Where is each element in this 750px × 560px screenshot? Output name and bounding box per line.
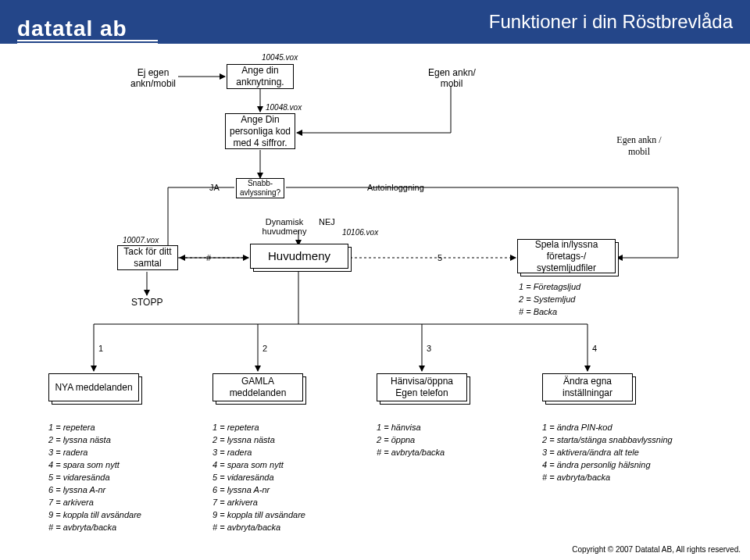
label-egen-ankn: Egen ankn/ mobil: [428, 67, 475, 89]
list-andra: 1 = ändra PIN-kod 2 = starta/stänga snab…: [542, 422, 673, 484]
box-hanvisa-text: Hänvisa/öppna Egen telefon: [380, 376, 463, 399]
label-hash: #: [206, 253, 211, 262]
vox-10048: 10048.vox: [266, 103, 302, 112]
box-huvudmeny: Huvudmeny: [250, 244, 352, 272]
box-huvudmeny-text: Huvudmeny: [268, 249, 330, 264]
label-egen-ankn-right: Egen ankn / mobil: [608, 134, 670, 158]
box-ange-anknytning: Ange din anknytning.: [227, 64, 294, 89]
list-nya: 1 = repetera 2 = lyssna nästa 3 = radera…: [48, 422, 141, 533]
label-dyn-meny: Dynamisk huvudmeny: [261, 217, 308, 236]
box-spela: Spela in/lyssna företags-/ systemljudfil…: [517, 239, 619, 276]
box-nya: NYA meddelanden: [48, 373, 142, 405]
copyright: Copyright © 2007 Datatal AB, All rights …: [572, 545, 741, 554]
vox-10045: 10045.vox: [262, 53, 298, 62]
box-andra-text: Ändra egna inställningar: [546, 376, 629, 399]
box-ange-kod-text: Ange Din personliga kod med 4 siffror.: [229, 114, 291, 149]
label-ej-egen: Ej egen ankn/mobil: [130, 67, 177, 89]
box-spela-text: Spela in/lyssna företags-/ systemljudfil…: [521, 239, 612, 274]
legend-spela: 1 = Företagsljud 2 = Systemljud # = Back…: [519, 281, 580, 319]
branch-3: 3: [427, 344, 431, 353]
box-ange-anknytning-text: Ange din anknytning.: [230, 65, 290, 88]
box-nya-text: NYA meddelanden: [55, 382, 132, 394]
box-snabb-avlyssning: Snabb- avlyssning?: [236, 178, 284, 198]
box-tack-text: Tack för ditt samtal: [121, 246, 174, 269]
branch-1: 1: [98, 344, 103, 353]
label-autoinloggning: Autoinloggning: [367, 183, 424, 192]
branch-4: 4: [592, 344, 597, 353]
list-gamla: 1 = repetera 2 = lyssna nästa 3 = radera…: [212, 422, 305, 533]
box-snabb-text: Snabb- avlyssning?: [240, 179, 280, 198]
box-hanvisa: Hänvisa/öppna Egen telefon: [377, 373, 470, 405]
label-stopp: STOPP: [131, 297, 162, 308]
branch-2: 2: [262, 344, 267, 353]
list-hanvisa: 1 = hänvisa 2 = öppna # = avbryta/backa: [377, 422, 445, 459]
box-andra: Ändra egna inställningar: [542, 373, 636, 405]
vox-10106: 10106.vox: [342, 228, 378, 237]
box-ange-kod: Ange Din personliga kod med 4 siffror.: [225, 113, 295, 149]
label-nej: NEJ: [319, 217, 335, 226]
box-gamla-text: GAMLA meddelanden: [216, 376, 299, 399]
box-gamla: GAMLA meddelanden: [212, 373, 306, 405]
vox-10007: 10007.vox: [123, 236, 159, 244]
box-tack-samtal: Tack för ditt samtal: [117, 245, 178, 270]
label-ja: JA: [209, 183, 220, 192]
label-five: 5: [438, 253, 442, 262]
